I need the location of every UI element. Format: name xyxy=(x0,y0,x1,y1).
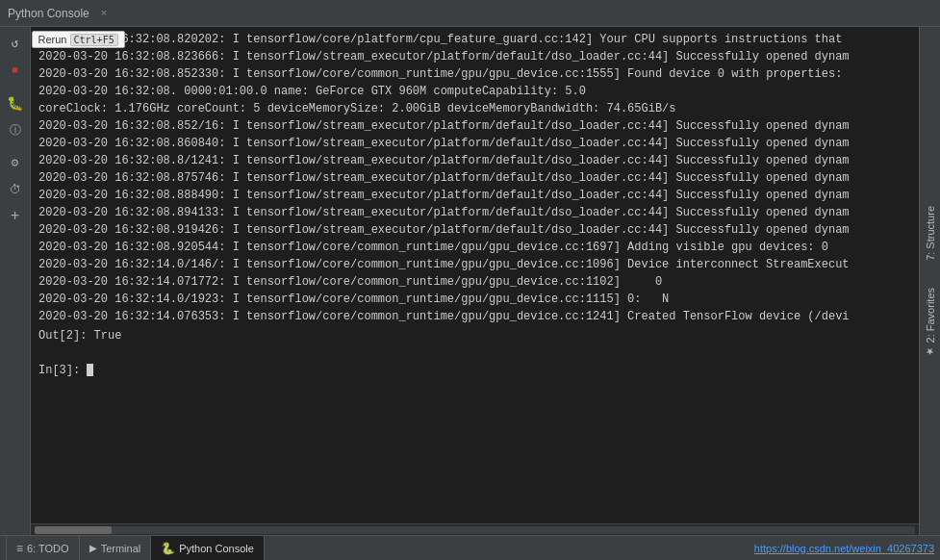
title-bar: Python Console × xyxy=(0,0,940,27)
log-line-out: Out[2]: True xyxy=(38,327,911,344)
cursor-block xyxy=(87,364,93,376)
horizontal-scrollbar[interactable] xyxy=(31,523,919,535)
log-line: 2020-03-20 16:32:14.0/146/: I tensorflow… xyxy=(38,256,911,273)
log-line: 2020-03-20 16:32:08.860840: I tensorflow… xyxy=(38,135,911,152)
coverage-icon: ⓘ xyxy=(10,122,21,139)
settings-button[interactable]: ⚙ xyxy=(3,150,28,175)
log-line: 2020-03-20 16:32:14.0/1923: I tensorflow… xyxy=(38,291,911,308)
left-sidebar: ↺ Rerun Ctrl+F5 ■ 🐛 ⓘ ⚙ ⏱ + xyxy=(0,27,31,535)
log-line: coreClock: 1.176GHz coreCount: 5 deviceM… xyxy=(38,100,911,117)
python-icon: 🐍 xyxy=(161,542,175,555)
log-line: 2020-03-20 16:32:08.875746: I tensorflow… xyxy=(38,169,911,187)
console-area: 2020-03-20 16:32:08.820202: I tensorflow… xyxy=(31,27,919,535)
tab-todo[interactable]: ≡ 6: TODO xyxy=(6,536,80,560)
log-line: 2020-03-20 16:32:08.820202: I tensorflow… xyxy=(38,31,911,48)
rerun-tooltip: Rerun Ctrl+F5 xyxy=(32,31,125,48)
h-scrollbar-thumb[interactable] xyxy=(35,526,112,534)
found-keyword: Found xyxy=(627,67,662,81)
log-line: 2020-03-20 16:32:08.852/16: I tensorflow… xyxy=(38,117,911,135)
right-sidebar: 7: Structure ★ 2: Favorites xyxy=(919,27,940,535)
clock-button[interactable]: ⏱ xyxy=(3,177,28,202)
log-line-prompt: In[3]: xyxy=(38,362,911,379)
console-output[interactable]: 2020-03-20 16:32:08.820202: I tensorflow… xyxy=(31,27,919,523)
log-line: 2020-03-20 16:32:08.8/1241: I tensorflow… xyxy=(38,152,911,169)
title-label: Python Console xyxy=(8,7,89,20)
close-icon[interactable]: × xyxy=(101,8,108,19)
rerun-button[interactable]: ↺ Rerun Ctrl+F5 xyxy=(3,31,28,56)
stop-icon: ■ xyxy=(12,64,18,76)
tab-terminal[interactable]: ▶ Terminal xyxy=(80,536,152,560)
favorites-tab-icon: ★ xyxy=(925,345,935,356)
log-line: 2020-03-20 16:32:08.823666: I tensorflow… xyxy=(38,48,911,65)
log-line: 2020-03-20 16:32:08.888490: I tensorflow… xyxy=(38,187,911,204)
bug-icon: 🐛 xyxy=(7,95,23,112)
todo-label: 6: TODO xyxy=(27,543,69,554)
debug-button[interactable]: 🐛 xyxy=(3,90,28,115)
log-line: 2020-03-20 16:32:14.071772: I tensorflow… xyxy=(38,273,911,291)
favorites-tab-label: 2: Favorites xyxy=(925,288,936,343)
add-button[interactable]: + xyxy=(3,204,28,229)
h-scrollbar-track[interactable] xyxy=(35,526,915,534)
bottom-toolbar: ≡ 6: TODO ▶ Terminal 🐍 Python Console ht… xyxy=(0,535,940,560)
log-line: 2020-03-20 16:32:08.852330: I tensorflow… xyxy=(38,65,911,83)
favorites-tab[interactable]: ★ 2: Favorites xyxy=(923,280,938,365)
status-url: https://blog.csdn.net/weixin_40267373 xyxy=(754,543,934,554)
tab-python-console[interactable]: 🐍 Python Console xyxy=(151,536,265,560)
python-console-label: Python Console xyxy=(179,543,254,554)
add-icon: + xyxy=(11,208,20,225)
structure-tab-label: 7: Structure xyxy=(925,206,936,261)
rerun-icon: ↺ xyxy=(12,36,19,51)
settings-icon: ⚙ xyxy=(12,155,19,170)
log-line: 2020-03-20 16:32:08. 0000:01:00.0 name: … xyxy=(38,83,911,100)
log-line-empty xyxy=(38,344,911,362)
log-line: 2020-03-20 16:32:08.919426: I tensorflow… xyxy=(38,221,911,239)
terminal-icon: ▶ xyxy=(89,543,97,553)
status-bar-right[interactable]: https://blog.csdn.net/weixin_40267373 xyxy=(754,543,934,554)
log-line: 2020-03-20 16:32:14.076353: I tensorflow… xyxy=(38,308,911,325)
structure-tab[interactable]: 7: Structure xyxy=(923,198,938,268)
clock-icon: ⏱ xyxy=(10,183,21,197)
stop-button[interactable]: ■ xyxy=(3,58,28,83)
todo-icon: ≡ xyxy=(16,542,23,555)
log-line: 2020-03-20 16:32:08.920544: I tensorflow… xyxy=(38,239,911,256)
coverage-button[interactable]: ⓘ xyxy=(3,117,28,142)
terminal-label: Terminal xyxy=(101,543,141,554)
log-line: 2020-03-20 16:32:08.894133: I tensorflow… xyxy=(38,204,911,221)
